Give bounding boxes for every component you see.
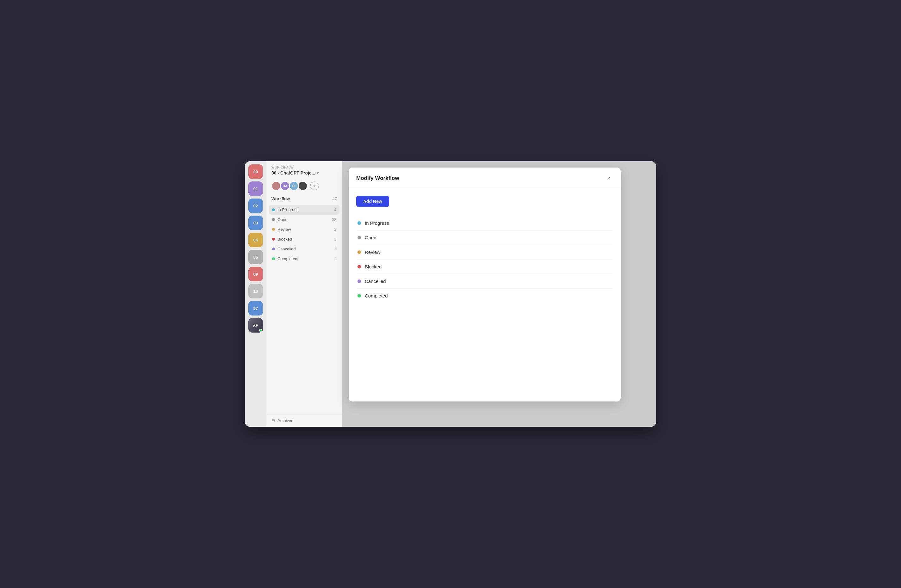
add-member-button[interactable]: + — [310, 182, 319, 190]
workflow-item-count: 38 — [332, 218, 336, 222]
option-dot — [357, 280, 361, 283]
modify-workflow-modal: Modify Workflow × Add New In ProgressOpe… — [349, 168, 621, 401]
workflow-items-list: In Progress4Open38Review2Blocked1Cancell… — [267, 204, 342, 414]
workflow-item-name: Cancelled — [277, 247, 332, 251]
archived-footer[interactable]: ⊟ Archived — [267, 414, 342, 427]
workflow-item-name: Blocked — [277, 237, 332, 241]
workflow-item-count: 1 — [334, 257, 336, 261]
nav-icon-97[interactable]: 97 — [248, 301, 263, 316]
workflow-item-count: 2 — [334, 227, 336, 232]
nav-icon-AP[interactable]: AP — [248, 318, 263, 333]
workflow-label: Workflow — [271, 196, 290, 201]
modal-option-cancelled[interactable]: Cancelled — [356, 274, 613, 289]
avatar: DI — [289, 181, 299, 191]
nav-icon-03[interactable]: 03 — [248, 216, 263, 230]
nav-icon-02[interactable]: 02 — [248, 199, 263, 213]
workflow-status-dot — [272, 257, 275, 260]
app-window: 000102030405091097AP Workspace 00 - Chat… — [245, 161, 656, 427]
avatars-row: RADI+ — [267, 178, 342, 194]
workflow-item-name: Review — [277, 227, 332, 232]
archive-icon: ⊟ — [271, 418, 275, 423]
modal-overlay: Modify Workflow × Add New In ProgressOpe… — [342, 161, 656, 427]
option-dot — [357, 294, 361, 297]
workflow-header: Workflow 47 — [267, 194, 342, 204]
workflow-count: 47 — [332, 196, 337, 201]
workflow-item-name: Completed — [277, 257, 332, 261]
modal-option-review[interactable]: Review — [356, 245, 613, 260]
workflow-item-cancelled[interactable]: Cancelled1 — [269, 244, 340, 254]
workflow-options-list: In ProgressOpenReviewBlockedCancelledCom… — [356, 216, 613, 303]
avatar — [271, 181, 281, 191]
nav-icon-05[interactable]: 05 — [248, 250, 263, 264]
option-label: Open — [365, 235, 376, 240]
nav-icon-01[interactable]: 01 — [248, 182, 263, 196]
workflow-item-name: Open — [277, 217, 330, 222]
online-indicator — [259, 329, 262, 332]
option-dot — [357, 265, 361, 268]
workflow-item-completed[interactable]: Completed1 — [269, 254, 340, 264]
workflow-item-review[interactable]: Review2 — [269, 224, 340, 234]
nav-icon-04[interactable]: 04 — [248, 233, 263, 247]
icon-sidebar: 000102030405091097AP — [245, 161, 267, 427]
nav-icon-00[interactable]: 00 — [248, 164, 263, 179]
workspace-name-text: 00 - ChatGPT Proje... — [271, 170, 315, 176]
modal-option-in-progress[interactable]: In Progress — [356, 216, 613, 230]
option-dot — [357, 250, 361, 254]
main-sidebar: Workspace 00 - ChatGPT Proje... ▾ RADI+ … — [267, 161, 342, 427]
workspace-header: Workspace 00 - ChatGPT Proje... ▾ — [267, 161, 342, 178]
workflow-item-open[interactable]: Open38 — [269, 215, 340, 224]
workflow-item-name: In Progress — [277, 207, 332, 212]
option-label: Completed — [365, 293, 388, 299]
modal-title: Modify Workflow — [356, 175, 399, 182]
option-label: Cancelled — [365, 278, 386, 284]
archived-label: Archived — [277, 418, 294, 423]
modal-close-button[interactable]: × — [604, 174, 613, 183]
modal-header: Modify Workflow × — [349, 168, 621, 188]
add-new-button[interactable]: Add New — [356, 196, 389, 207]
avatar — [298, 181, 307, 191]
avatar: RA — [280, 181, 290, 191]
option-dot — [357, 236, 361, 239]
workflow-item-in-progress[interactable]: In Progress4 — [269, 205, 340, 215]
option-label: In Progress — [365, 220, 389, 226]
workflow-status-dot — [272, 218, 275, 221]
workflow-status-dot — [272, 247, 275, 250]
nav-icon-09[interactable]: 09 — [248, 267, 263, 282]
modal-option-open[interactable]: Open — [356, 230, 613, 245]
content-area: Modify Workflow × Add New In ProgressOpe… — [342, 161, 656, 427]
workflow-item-count: 4 — [334, 208, 336, 212]
nav-icon-10[interactable]: 10 — [248, 284, 263, 299]
option-dot — [357, 221, 361, 225]
modal-option-blocked[interactable]: Blocked — [356, 260, 613, 274]
workspace-name[interactable]: 00 - ChatGPT Proje... ▾ — [271, 170, 337, 176]
workflow-status-dot — [272, 238, 275, 241]
workflow-status-dot — [272, 208, 275, 211]
workspace-label: Workspace — [271, 166, 337, 169]
workflow-item-count: 1 — [334, 237, 336, 241]
workflow-item-blocked[interactable]: Blocked1 — [269, 234, 340, 244]
option-label: Review — [365, 249, 380, 255]
option-label: Blocked — [365, 264, 382, 269]
workflow-status-dot — [272, 228, 275, 231]
chevron-down-icon: ▾ — [317, 171, 319, 175]
modal-body: Add New In ProgressOpenReviewBlockedCanc… — [349, 188, 621, 401]
workflow-item-count: 1 — [334, 247, 336, 251]
modal-option-completed[interactable]: Completed — [356, 289, 613, 303]
